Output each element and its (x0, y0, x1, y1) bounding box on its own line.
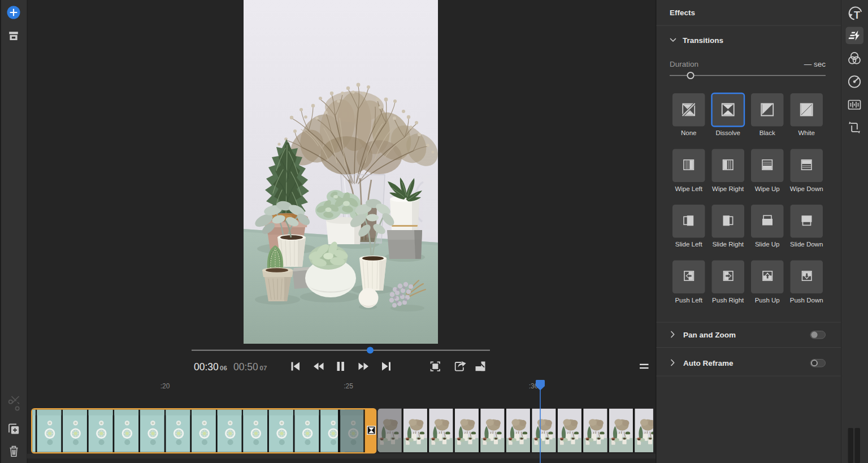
svg-text:Push Left: Push Left (675, 297, 702, 304)
svg-text:Wipe Right: Wipe Right (712, 185, 744, 192)
svg-text:07: 07 (260, 365, 267, 371)
svg-text:White: White (798, 129, 814, 136)
svg-text:06: 06 (220, 365, 227, 371)
svg-text:Slide Left: Slide Left (675, 241, 703, 248)
svg-text::20: :20 (160, 382, 170, 390)
svg-text:Push Down: Push Down (790, 297, 823, 304)
svg-text:Push Up: Push Up (755, 297, 780, 304)
svg-text:Wipe Down: Wipe Down (790, 185, 823, 192)
svg-text:Pan and Zoom: Pan and Zoom (683, 331, 736, 339)
svg-text:00:50: 00:50 (233, 361, 258, 373)
svg-text:Slide Right: Slide Right (712, 241, 744, 248)
svg-text:None: None (681, 129, 697, 136)
svg-text:Push Right: Push Right (712, 297, 744, 304)
svg-text:Auto Reframe: Auto Reframe (683, 359, 734, 367)
svg-text:Effects: Effects (670, 8, 695, 17)
svg-text:Slide Down: Slide Down (790, 241, 823, 248)
svg-text::25: :25 (344, 382, 353, 390)
svg-text:Wipe Left: Wipe Left (675, 185, 702, 192)
svg-text:— sec: — sec (804, 60, 826, 68)
svg-text:Duration: Duration (670, 60, 698, 68)
svg-text:Slide Up: Slide Up (755, 241, 779, 248)
svg-text:Dissolve: Dissolve (715, 129, 740, 136)
svg-text:Transitions: Transitions (683, 36, 723, 45)
svg-text:Wipe Up: Wipe Up (755, 185, 780, 192)
svg-text:T: T (854, 10, 860, 21)
svg-text:00:30: 00:30 (194, 361, 219, 373)
svg-text:Black: Black (760, 129, 775, 136)
